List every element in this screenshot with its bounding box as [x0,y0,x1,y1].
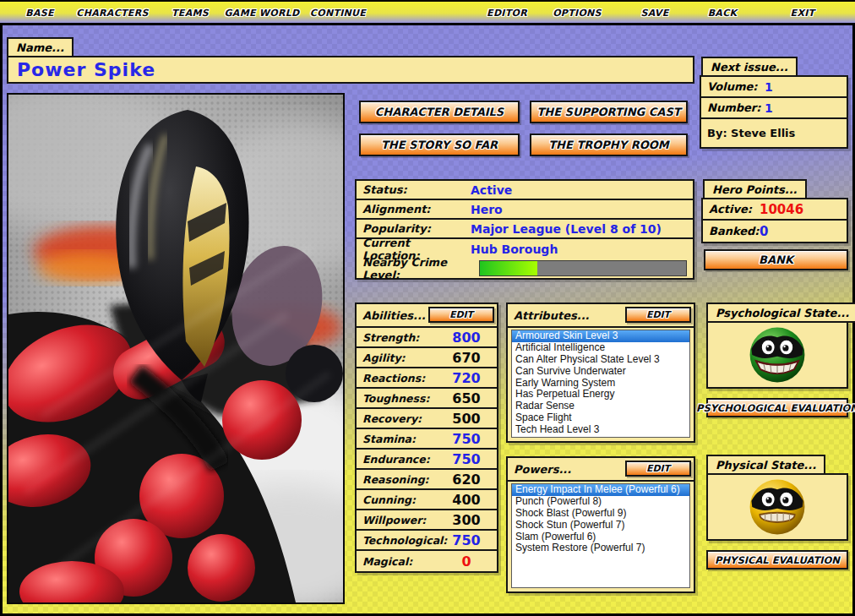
list-item[interactable]: Slam (Powerful 6) [512,532,689,543]
ability-row-reactions: Reactions:720 [357,368,497,389]
menu-item-back[interactable]: BACK [708,7,738,18]
ability-label: Strength: [362,331,442,344]
crime-level-bar [479,260,687,276]
crime-level-label: Nearby Crime Level: [362,256,476,281]
number-value: 1 [765,101,773,115]
powers-title: Powers... [514,463,571,476]
menu-item-continue[interactable]: CONTINUE [310,7,366,18]
menu-item-exit[interactable]: EXIT [791,7,815,18]
ability-value: 300 [442,512,491,528]
menu-item-teams[interactable]: TEAMS [172,7,209,18]
ability-row-strength: Strength:800 [357,328,497,348]
status-row-label: Popularity: [362,222,471,235]
active-points-label: Active: [709,203,760,215]
ability-value: 750 [442,532,491,548]
menu-item-editor[interactable]: EDITOR [487,7,527,18]
ability-value: 620 [442,472,491,488]
author-value: By: Steve Ellis [707,127,795,139]
powers-panel: Powers... EDIT Energy Impact In Melee (P… [506,456,695,593]
menu-item-game-world[interactable]: GAME WORLD [225,7,300,18]
ability-row-endurance: Endurance:750 [357,450,497,470]
list-item[interactable]: System Restore (Powerful 7) [512,542,689,554]
ability-row-reasoning: Reasoning:620 [357,470,497,490]
ability-label: Magical: [362,555,442,568]
psychological-evaluation-button[interactable]: PSYCHOLOGICAL EVALUATION [706,398,848,417]
app-window: BASECHARACTERSTEAMSGAME WORLDCONTINUEEDI… [0,0,855,616]
ability-row-willpower: Willpower:300 [357,510,497,531]
hero-points-panel: Active: 10046 Banked: 0 [701,198,848,243]
physical-evaluation-label: PHYSICAL EVALUATION [715,554,840,566]
list-item[interactable]: Armoured Skin Level 3 [512,330,689,342]
active-points-value: 10046 [760,202,803,217]
psychological-evaluation-label: PSYCHOLOGICAL EVALUATION [696,402,855,414]
status-row: Status:Active [357,181,693,200]
name-tab: Name... [7,37,74,57]
ability-row-cunning: Cunning:400 [357,490,497,510]
list-item[interactable]: Can Alter Physical State Level 3 [512,354,689,366]
banked-points-row: Banked: 0 [703,221,847,242]
status-panel: Status:ActiveAlignment:HeroPopularity:Ma… [355,179,694,280]
ability-row-toughness: Toughness:650 [357,389,497,409]
powers-list[interactable]: Energy Impact In Melee (Powerful 6)Punch… [511,483,690,588]
supporting-cast-button[interactable]: THE SUPPORTING CAST [530,101,688,123]
ability-value: 670 [442,350,491,366]
powers-edit-label: EDIT [646,463,670,474]
ability-value: 750 [442,431,491,447]
physical-state-box [706,473,848,541]
number-row: Number: 1 [701,98,847,119]
character-details-button[interactable]: CHARACTER DETAILS [359,101,520,123]
list-item[interactable]: Vulnerable To Malfunctions Level 1 [512,436,689,438]
ability-value: 800 [442,330,491,346]
story-so-far-label: THE STORY SO FAR [381,139,498,151]
volume-row: Volume: 1 [701,77,847,98]
attributes-list[interactable]: Armoured Skin Level 3Artificial Intellig… [511,330,690,438]
volume-value: 1 [765,80,773,94]
abilities-edit-button[interactable]: EDIT [428,307,494,323]
number-label: Number: [707,101,765,114]
trophy-room-label: THE TROPHY ROOM [548,139,668,151]
ability-label: Cunning: [362,493,442,506]
ability-label: Agility: [362,352,442,364]
trophy-room-button[interactable]: THE TROPHY ROOM [530,134,688,156]
ability-value: 400 [442,492,491,508]
volume-label: Volume: [707,80,765,93]
ability-row-technological: Technological:750 [357,531,497,551]
menu-item-options[interactable]: OPTIONS [553,7,602,18]
list-item[interactable]: Punch (Powerful 8) [512,496,689,508]
ability-label: Endurance: [362,453,442,466]
banked-points-label: Banked: [709,225,760,237]
crime-level-fill [480,261,537,275]
attributes-header: Attributes... EDIT [508,304,694,328]
ability-value: 0 [442,553,491,570]
list-item[interactable]: Early Warning System [512,378,689,390]
psych-state-face-icon [747,324,808,385]
list-item[interactable]: Space Flight [512,412,689,424]
menu-item-base[interactable]: BASE [25,7,54,18]
ability-row-recovery: Recovery:500 [357,409,497,429]
menu-item-save[interactable]: SAVE [641,7,669,18]
character-name-field: Power Spike [7,56,694,84]
list-item[interactable]: Can Survive Underwater [512,366,689,378]
list-item[interactable]: Shock Blast (Powerful 9) [512,508,689,520]
list-item[interactable]: Artificial Intelligence [512,342,689,354]
status-row-label: Alignment: [362,203,471,215]
bank-button-label: BANK [759,253,793,266]
supporting-cast-label: THE SUPPORTING CAST [536,106,680,118]
menu-item-characters[interactable]: CHARACTERS [76,7,148,18]
ability-label: Reasoning: [362,473,442,486]
list-item[interactable]: Energy Impact In Melee (Powerful 6) [512,484,689,496]
bank-button[interactable]: BANK [704,249,848,270]
powers-edit-button[interactable]: EDIT [625,461,691,477]
attributes-edit-button[interactable]: EDIT [625,307,691,323]
list-item[interactable]: Radar Sense [512,401,689,412]
character-portrait [7,93,345,604]
list-item[interactable]: Tech Head Level 3 [512,424,689,436]
psych-state-box [706,321,848,389]
crime-level-row: Nearby Crime Level: [357,259,693,278]
physical-state-face-icon [747,477,808,537]
list-item[interactable]: Has Perpetual Energy [512,389,689,401]
physical-evaluation-button[interactable]: PHYSICAL EVALUATION [706,550,848,570]
story-so-far-button[interactable]: THE STORY SO FAR [359,134,520,156]
character-details-label: CHARACTER DETAILS [375,106,504,118]
list-item[interactable]: Shock Stun (Powerful 7) [512,520,689,532]
